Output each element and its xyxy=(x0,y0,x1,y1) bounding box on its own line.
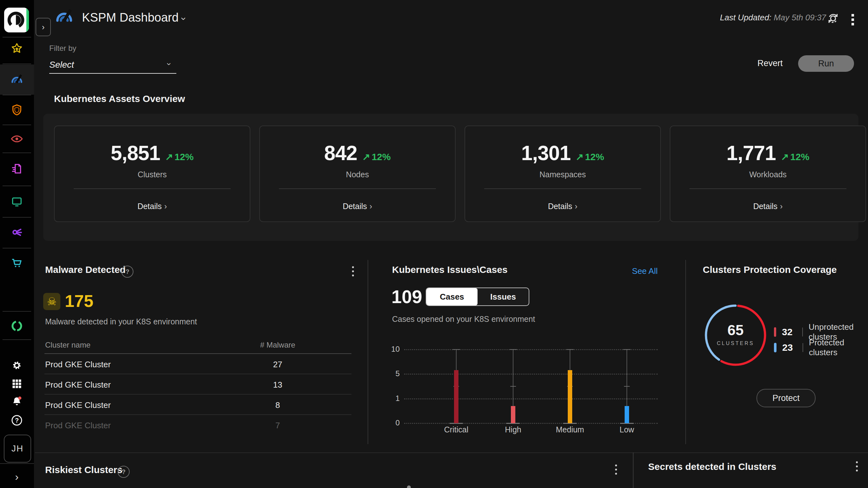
riskiest-kebab-menu[interactable] xyxy=(615,464,617,475)
x-axis-category-label: High xyxy=(485,425,542,434)
dashboard-switcher-chevron-icon[interactable]: › xyxy=(179,17,189,20)
whisker-top-cap xyxy=(623,349,631,350)
run-button[interactable]: Run xyxy=(798,55,854,72)
sidebar-item-apps[interactable] xyxy=(11,378,23,390)
sidebar-divider xyxy=(3,152,31,153)
panel-expand-button[interactable]: › xyxy=(36,18,51,36)
sidebar-item-reports[interactable] xyxy=(10,162,23,175)
table-row-cluster-name[interactable]: Prod GKE Cluster xyxy=(45,421,111,430)
table-row-cluster-name[interactable]: Prod GKE Cluster xyxy=(45,400,111,410)
table-divider xyxy=(44,414,351,415)
stat-delta: 12% xyxy=(790,152,809,162)
sidebar-item-star[interactable] xyxy=(10,42,23,55)
whisker-base-cap xyxy=(450,423,463,424)
stat-label: Nodes xyxy=(260,170,455,179)
sidebar-divider xyxy=(3,311,31,312)
trend-up-icon: ↗ xyxy=(576,152,584,162)
stat-label: Namespaces xyxy=(465,170,660,179)
details-link[interactable]: Details› xyxy=(671,202,865,211)
page-title: KSPM Dashboard xyxy=(82,11,179,25)
chevron-down-icon: › xyxy=(164,63,174,65)
details-link[interactable]: Details› xyxy=(55,202,250,211)
whisker-mid-tick xyxy=(454,386,459,387)
kspm-dashboard-screen: ? JH › › KSPM Dashboard › Last Updated: … xyxy=(0,0,868,488)
card-divider xyxy=(484,188,641,189)
malware-section-title: Malware Detected xyxy=(45,264,125,275)
share-network-icon xyxy=(10,225,24,239)
table-header-cluster-name: Cluster name xyxy=(45,341,91,349)
legend-value: 32 xyxy=(782,327,797,337)
tab-issues[interactable]: Issues xyxy=(477,288,529,305)
user-avatar[interactable]: JH xyxy=(4,435,31,463)
stat-card-workloads: 1,771 ↗ 12% Workloads Details› xyxy=(670,125,866,222)
sidebar-item-eye[interactable] xyxy=(10,132,24,146)
section-divider xyxy=(35,452,868,453)
whisker-base-cap xyxy=(620,423,633,424)
legend-label: Protected clusters xyxy=(809,338,868,358)
whisker-base-cap xyxy=(563,423,577,424)
document-icon xyxy=(10,162,23,175)
whisker-top-cap xyxy=(453,349,460,350)
sidebar-divider xyxy=(3,95,31,95)
product-logo[interactable] xyxy=(4,8,29,32)
malware-kebab-menu[interactable] xyxy=(352,266,354,276)
avatar-initials: JH xyxy=(11,444,24,454)
stat-delta: 12% xyxy=(175,152,193,162)
refresh-button[interactable] xyxy=(826,11,840,27)
sidebar-item-notifications[interactable] xyxy=(10,395,23,408)
issues-count: 109 xyxy=(392,286,422,307)
see-all-link[interactable]: See All xyxy=(626,266,658,276)
grid-apps-icon xyxy=(11,378,23,390)
details-link[interactable]: Details› xyxy=(465,202,660,211)
header-kebab-menu[interactable] xyxy=(851,14,854,25)
sidebar-divider xyxy=(0,463,34,464)
whisker-base-cap xyxy=(506,423,520,424)
details-link[interactable]: Details› xyxy=(260,202,455,211)
table-row-cluster-name[interactable]: Prod GKE Cluster xyxy=(45,380,111,390)
cart-icon xyxy=(10,256,24,269)
range-whisker xyxy=(626,349,627,423)
chevron-right-icon: › xyxy=(367,202,372,211)
riskiest-help-icon[interactable]: ? xyxy=(118,466,130,478)
protect-button[interactable]: Protect xyxy=(756,389,815,407)
sidebar-item-help[interactable]: ? xyxy=(10,414,23,427)
eye-icon xyxy=(10,132,24,146)
range-whisker xyxy=(513,349,514,423)
page-icon xyxy=(53,6,75,29)
sidebar-item-shield[interactable] xyxy=(10,103,23,116)
cases-issues-toggle: Cases Issues xyxy=(426,287,529,306)
sidebar-item-ring-logo[interactable] xyxy=(10,319,24,333)
sidebar-item-kspm-dashboard[interactable] xyxy=(9,72,24,87)
y-axis-tick-label: 1 xyxy=(374,394,400,403)
sidebar-item-connections[interactable] xyxy=(10,225,24,239)
stat-label: Clusters xyxy=(55,170,250,179)
x-axis-category-label: Medium xyxy=(541,425,598,434)
table-row-malware-count: 8 xyxy=(252,400,303,410)
malware-subtitle: Malware detected in your K8S environment xyxy=(45,317,197,326)
sidebar-item-marketplace[interactable] xyxy=(10,256,24,269)
tab-cases[interactable]: Cases xyxy=(426,288,477,305)
table-divider xyxy=(44,353,351,354)
filter-select-input[interactable]: Select › xyxy=(49,58,176,74)
secrets-kebab-menu[interactable] xyxy=(856,461,858,471)
issues-section-title: Kubernetes Issues\Cases xyxy=(392,264,508,275)
chart-gridline xyxy=(404,398,658,399)
assets-overview-title: Kubernetes Assets Overview xyxy=(54,93,185,104)
card-divider xyxy=(279,188,436,189)
sidebar-divider xyxy=(3,64,31,64)
svg-text:?: ? xyxy=(15,417,19,424)
table-row-cluster-name[interactable]: Prod GKE Cluster xyxy=(45,360,111,369)
skull-icon: ☠ xyxy=(47,296,57,307)
section-divider xyxy=(368,260,368,444)
stat-delta: 12% xyxy=(585,152,604,162)
revert-button[interactable]: Revert xyxy=(757,58,783,68)
malware-help-icon[interactable]: ? xyxy=(121,266,133,278)
sidebar-item-settings[interactable] xyxy=(11,359,23,371)
table-divider xyxy=(44,374,351,374)
scroll-hint-dot xyxy=(407,485,411,488)
stat-card-clusters: 5,851 ↗ 12% Clusters Details› xyxy=(54,125,250,222)
sidebar-expand-chevron[interactable]: › xyxy=(15,470,19,483)
filter-by-label: Filter by xyxy=(49,44,76,53)
chevron-right-icon: › xyxy=(572,202,577,211)
sidebar-item-monitor[interactable] xyxy=(10,195,23,208)
